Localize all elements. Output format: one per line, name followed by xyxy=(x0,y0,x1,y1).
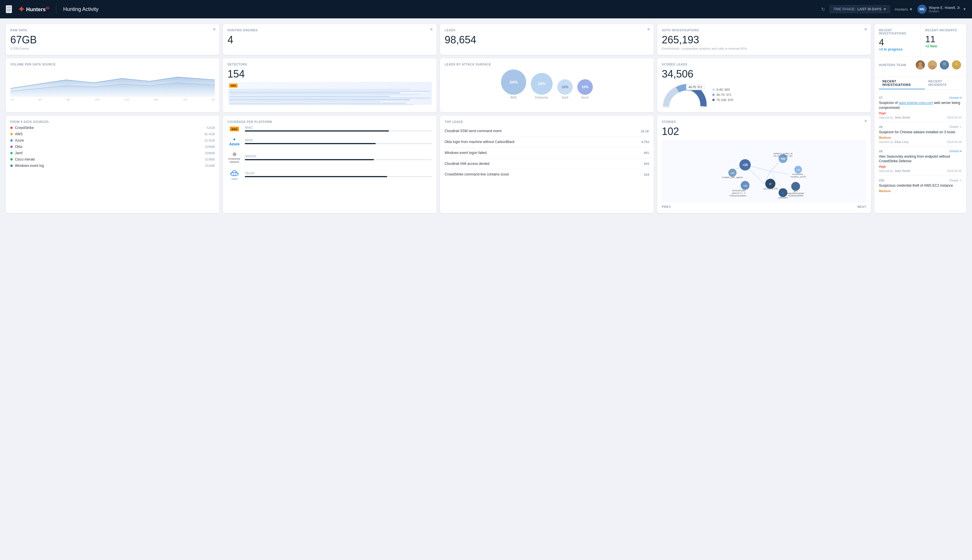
leads-attack-label: LEADS BY ATTACK SURFACE xyxy=(445,63,649,66)
cov-azure: ▲ Azure 39/56 xyxy=(227,136,432,147)
hunting-engines-card: HUNTING ENGINES 4 xyxy=(223,24,437,55)
auto-investigations-card: AUTO INVESTIGATIONS 265,193 Enrichments,… xyxy=(657,24,871,55)
svg-point-4 xyxy=(943,62,946,65)
ds-okta: Okta 420MB xyxy=(10,145,215,149)
investigation-item-10[interactable]: #10 Closed ✓ Suspicious credential theft… xyxy=(879,176,962,197)
ds-crowdstrike: CrowdStrike 52GB xyxy=(10,126,215,130)
stories-value: 102 xyxy=(662,126,866,137)
volume-label: VOLUME PER DATA SOURCE xyxy=(10,63,215,66)
menu-button[interactable]: ☰ xyxy=(6,5,12,13)
detectors-card: DETECTORS 154 aws xyxy=(223,58,437,113)
svg-text:multiple_user_agents: multiple_user_agents xyxy=(722,176,743,178)
svg-text:👤: 👤 xyxy=(794,185,797,188)
svg-text:+88: +88 xyxy=(743,184,747,187)
logo: ✚ HuntersAI xyxy=(19,6,49,13)
bubble-azure: 10% Azure xyxy=(577,79,593,99)
investigation-item-7[interactable]: #7 Unread ✉ Suspicion of apps.energy-cor… xyxy=(879,93,962,122)
svg-text:👤: 👤 xyxy=(782,192,784,194)
investigation-list: #7 Unread ✉ Suspicion of apps.energy-cor… xyxy=(874,93,966,213)
svg-text:40-75: 571: 40-75: 571 xyxy=(689,86,702,89)
logo-text: HuntersAI xyxy=(26,6,49,13)
gauge-container: 40-75: 571 0-40: 503 40-75: 571 75-100: … xyxy=(662,82,866,108)
ds-azure: Azure 10.3GB xyxy=(10,138,215,142)
svg-point-3 xyxy=(929,65,935,70)
leads-value: 98,654 xyxy=(445,34,649,46)
data-sources-list: CrowdStrike 52GB AWS 35.4GB Azure xyxy=(10,126,215,168)
lead-item-1[interactable]: Cloudtrail SSM send command event 16.1K xyxy=(445,126,649,137)
scored-leads-label: SCORED LEADS xyxy=(662,63,866,66)
tab-recent-incidents[interactable]: RECENT INCIDENTS xyxy=(925,77,962,89)
dashboard-grid: RAW DATA 67GB 4.53B Events HUNTING ENGIN… xyxy=(6,24,966,213)
svg-text:IP: IP xyxy=(769,183,772,185)
ds-aws: AWS 35.4GB xyxy=(10,132,215,136)
recent-inv-value: 4 xyxy=(879,37,916,47)
svg-point-5 xyxy=(942,65,947,70)
time-range-button[interactable]: TIME RANGE: LAST 30 DAYS ▼ xyxy=(830,5,890,13)
status-dot xyxy=(865,28,867,30)
gauge-svg: 40-75: 571 xyxy=(662,82,708,108)
team-header: HUNTERS TEAM xyxy=(879,60,962,70)
ds-windows: Windows event log 231MB xyxy=(10,164,215,168)
svg-text:AD =: AD = xyxy=(794,190,798,192)
data-sources-label: FROM 8 DATA SOURCES xyxy=(10,120,215,123)
status-dot xyxy=(213,28,215,30)
volume-data-source-card: VOLUME PER DATA SOURCE xyxy=(6,58,220,113)
coverage-list: aws 48/62 ▲ Azure 39/56 xyxy=(227,126,432,180)
page-title: Hunting Activity xyxy=(63,6,817,12)
auto-inv-sub: Enrichments, comparative analysis and ca… xyxy=(662,47,866,50)
svg-text:23.129.64.174: 23.129.64.174 xyxy=(763,188,777,190)
right-panel-card: RECENT INVESTIGATIONS 4 +2 In progress R… xyxy=(874,24,966,213)
svg-text:instance_profile_us: instance_profile_us xyxy=(774,152,792,155)
coverage-platform-card: COVERAGE PER PLATFORM aws 48/62 xyxy=(223,116,437,213)
bubbles: 24% AWS 20% Enterprise 10% SaaS 10% Azur… xyxy=(445,70,649,99)
svg-text:/usr/local/Cellar/: /usr/local/Cellar/ xyxy=(732,190,745,192)
svg-text:Frameworks/Python...: Frameworks/Python... xyxy=(730,195,748,197)
investigation-item-8[interactable]: #8 Closed ✓ Suspicion for Chinese adware… xyxy=(879,122,962,147)
stories-graph: +25 +82 instance_profile_us ed_by_multip… xyxy=(662,140,866,203)
top-leads-card: TOP LEADS Cloudtrail SSM send command ev… xyxy=(440,116,654,213)
avatar-2 xyxy=(927,60,937,70)
lead-item-2[interactable]: Okta login from machine without CarbonBl… xyxy=(445,137,649,148)
svg-line-16 xyxy=(770,171,789,174)
svg-text:contains_scoutr: contains_scoutr xyxy=(790,175,806,178)
leads-list: Cloudtrail SSM send command event 16.1K … xyxy=(445,126,649,180)
detectors-value: 154 xyxy=(227,68,432,80)
scored-leads-card: SCORED LEADS 34,506 40-75: 571 xyxy=(657,58,871,113)
recent-stats: RECENT INVESTIGATIONS 4 +2 In progress R… xyxy=(874,24,966,56)
cov-saas: SaaS 78/103 xyxy=(227,168,432,180)
leads-card: LEADS 98,654 xyxy=(440,24,654,55)
lead-item-3[interactable]: Windows event logon failed 891 xyxy=(445,148,649,158)
bubble-aws: 24% AWS xyxy=(501,70,526,99)
stories-next-button[interactable]: NEXT xyxy=(857,205,866,208)
stories-prev-button[interactable]: PREV xyxy=(662,205,671,208)
svg-text:+25: +25 xyxy=(742,163,748,167)
recent-inv-label: RECENT INVESTIGATIONS xyxy=(879,29,916,35)
logo-icon: ✚ xyxy=(19,6,24,13)
hunters-team-section: HUNTERS TEAM xyxy=(874,56,966,77)
stories-navigation: PREV NEXT xyxy=(662,205,866,208)
lead-item-4[interactable]: Cloudtrail IAM access denied 643 xyxy=(445,158,649,170)
lead-item-5[interactable]: CrowdStrike command line contains scout … xyxy=(445,169,649,180)
cov-enterprise: ⊛ EnterpriseNetwork 365/530 xyxy=(227,151,432,164)
leads-label: LEADS xyxy=(445,29,649,32)
chart-x-labels: 7/28/29/210/211/212/21/31/3 xyxy=(10,98,215,101)
svg-text:ed_by_multiple_ips: ed_by_multiple_ips xyxy=(774,155,792,157)
bubble-saas: 10% SaaS xyxy=(557,79,573,99)
coverage-label: COVERAGE PER PLATFORM xyxy=(227,120,432,123)
cov-aws: aws 48/62 xyxy=(227,126,432,132)
avatar-4 xyxy=(951,60,962,70)
stories-label: STORIES xyxy=(662,120,866,123)
svg-point-6 xyxy=(955,62,958,65)
tab-recent-investigations[interactable]: RECENT INVESTIGATIONS xyxy=(879,77,925,89)
investigation-item-9[interactable]: #9 Unread ✉ Alex Swarovsky working from … xyxy=(879,147,962,176)
auto-inv-label: AUTO INVESTIGATIONS xyxy=(662,29,866,32)
avatar-1 xyxy=(915,60,925,70)
detectors-label: DETECTORS xyxy=(227,63,432,66)
svg-text:username: username xyxy=(778,196,788,199)
detector-preview: aws xyxy=(227,82,432,105)
user-info[interactable]: WE Wayne E. Howell, Jr. Hunters ▼ xyxy=(917,5,966,14)
org-selector[interactable]: Hunters ▼ xyxy=(895,7,912,12)
hunting-engines-value: 4 xyxy=(227,34,432,46)
avatar-3 xyxy=(939,60,950,70)
refresh-icon[interactable]: ↻ xyxy=(821,7,825,12)
